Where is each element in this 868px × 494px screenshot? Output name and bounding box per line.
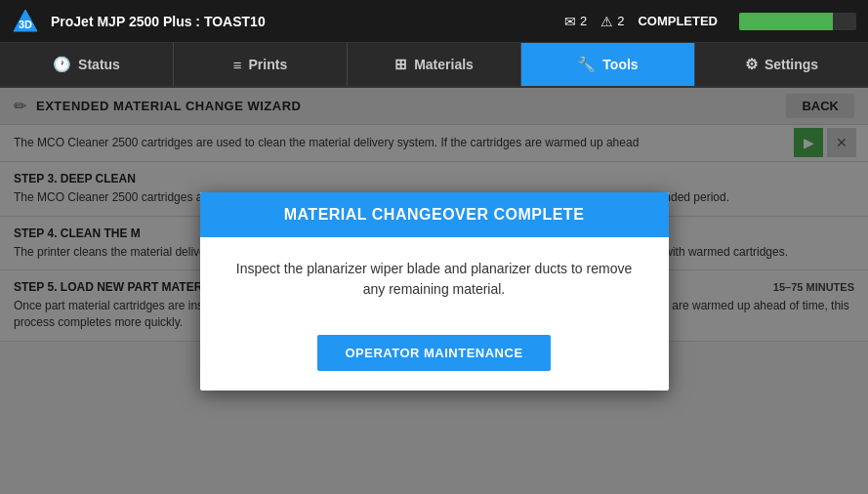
- tab-settings[interactable]: ⚙ Settings: [695, 43, 868, 86]
- modal-body: Inspect the planarizer wiper blade and p…: [200, 237, 669, 321]
- materials-icon: ⊞: [394, 56, 407, 73]
- email-icon: ✉: [564, 14, 576, 29]
- tab-tools-label: Tools: [602, 57, 638, 72]
- tab-settings-label: Settings: [765, 57, 818, 72]
- printer-logo-icon: 3D: [12, 8, 39, 35]
- warning-count: 2: [617, 14, 624, 28]
- email-alert: ✉ 2: [564, 14, 587, 29]
- status-icon: 🕐: [53, 56, 71, 73]
- prints-icon: ≡: [233, 57, 242, 73]
- printer-name: ProJet MJP 2500 Plus : TOAST10: [51, 14, 553, 29]
- modal-body-text: Inspect the planarizer wiper blade and p…: [227, 259, 641, 300]
- warning-icon: ⚠: [600, 14, 613, 29]
- tools-icon: 🔧: [577, 56, 596, 73]
- tab-materials[interactable]: ⊞ Materials: [348, 43, 521, 86]
- progress-bar-container: [739, 13, 856, 30]
- modal: MATERIAL CHANGEOVER COMPLETE Inspect the…: [200, 192, 669, 391]
- modal-header: MATERIAL CHANGEOVER COMPLETE: [200, 192, 669, 237]
- email-count: 2: [580, 14, 587, 28]
- modal-footer: OPERATOR MAINTENANCE: [200, 321, 669, 391]
- tab-status-label: Status: [78, 57, 120, 72]
- tab-materials-label: Materials: [414, 57, 474, 72]
- alerts-area: ✉ 2 ⚠ 2 COMPLETED: [564, 13, 856, 30]
- progress-bar-fill: [739, 13, 833, 30]
- status-completed: COMPLETED: [638, 14, 718, 28]
- tab-status[interactable]: 🕐 Status: [0, 43, 174, 86]
- warning-alert: ⚠ 2: [600, 14, 624, 29]
- settings-icon: ⚙: [745, 56, 758, 73]
- tab-prints-label: Prints: [249, 57, 288, 72]
- operator-maintenance-button[interactable]: OPERATOR MAINTENANCE: [317, 335, 550, 371]
- modal-overlay: MATERIAL CHANGEOVER COMPLETE Inspect the…: [0, 88, 868, 494]
- top-bar: 3D ProJet MJP 2500 Plus : TOAST10 ✉ 2 ⚠ …: [0, 0, 868, 43]
- modal-title: MATERIAL CHANGEOVER COMPLETE: [284, 206, 585, 223]
- tab-tools[interactable]: 🔧 Tools: [521, 43, 695, 86]
- tab-prints[interactable]: ≡ Prints: [174, 43, 348, 86]
- nav-tabs: 🕐 Status ≡ Prints ⊞ Materials 🔧 Tools ⚙ …: [0, 43, 868, 88]
- main-content: ✏ EXTENDED MATERIAL CHANGE WIZARD BACK T…: [0, 88, 868, 494]
- svg-text:3D: 3D: [19, 19, 32, 30]
